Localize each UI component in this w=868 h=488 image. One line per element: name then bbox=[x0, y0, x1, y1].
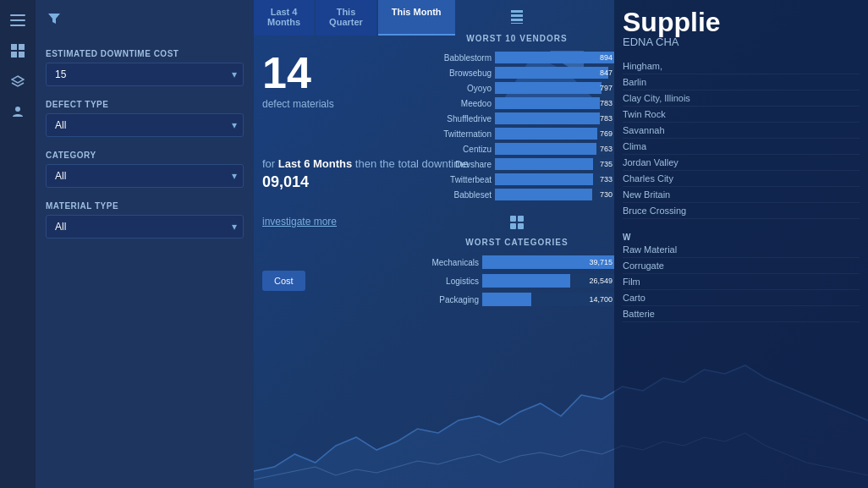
vendor-bar-wrap: 763 bbox=[495, 143, 614, 155]
right-vendor-item: Hingham, bbox=[623, 58, 860, 74]
vendor-bar bbox=[495, 173, 593, 185]
filter-estimated-downtime-label: ESTIMATED DOWNTIME COST bbox=[46, 49, 244, 58]
insight-prefix: for bbox=[262, 157, 278, 170]
right-category-item: Corrugate bbox=[623, 258, 860, 274]
right-vendor-item: Jordan Valley bbox=[623, 155, 860, 171]
filter-category-label: CATEGORY bbox=[46, 151, 244, 160]
vendors-list: Babblestorm 894 Browsebug 847 Oyoyo 797 … bbox=[420, 52, 614, 200]
big-number: 14 bbox=[262, 51, 334, 95]
filter-defect-type: DEFECT TYPE All Type A Type B bbox=[46, 100, 244, 137]
vendor-bar bbox=[495, 112, 600, 124]
tab-last-4-months[interactable]: Last 4Months bbox=[254, 0, 314, 36]
filter-defect-type-select[interactable]: All Type A Type B bbox=[46, 113, 244, 137]
vendor-bar-wrap: 797 bbox=[495, 82, 614, 94]
svg-rect-14 bbox=[518, 216, 524, 222]
svg-rect-10 bbox=[511, 14, 523, 17]
category-bar bbox=[482, 274, 570, 288]
vendor-bar bbox=[495, 143, 596, 155]
vendor-value: 847 bbox=[600, 67, 613, 79]
vendor-bar-wrap: 894 bbox=[495, 52, 614, 63]
vendor-value: 783 bbox=[600, 112, 613, 124]
tab-this-quarter[interactable]: ThisQuarter bbox=[316, 0, 376, 36]
tab-this-month[interactable]: This Month bbox=[378, 0, 455, 36]
right-categories-header: W bbox=[623, 233, 860, 242]
right-vendors-list: Hingham,BarlinClay City, IllinoisTwin Ro… bbox=[623, 58, 860, 219]
category-bar-row: Logistics 26,549 bbox=[420, 274, 614, 288]
vendor-bar-row: Twitterbeat 733 bbox=[420, 173, 614, 185]
right-category-item: Batterie bbox=[623, 306, 860, 322]
vendors-icon bbox=[508, 8, 525, 25]
category-bar-row: Mechanicals 39,715 bbox=[420, 255, 614, 269]
vendor-bar-row: Babbleset 730 bbox=[420, 189, 614, 200]
svg-marker-4 bbox=[12, 76, 24, 83]
svg-rect-12 bbox=[511, 23, 523, 24]
vendor-bar-row: Devshare 735 bbox=[420, 158, 614, 170]
vendor-bar-wrap: 783 bbox=[495, 112, 614, 124]
cost-button[interactable]: Cost bbox=[262, 271, 305, 291]
vendor-name: Centizu bbox=[420, 145, 492, 154]
vendor-name: Browsebug bbox=[420, 69, 492, 78]
vendor-bar-row: Meedoo 783 bbox=[420, 97, 614, 109]
category-value: 39,715 bbox=[589, 255, 613, 269]
category-bar bbox=[482, 293, 531, 306]
investigate-link[interactable]: investigate more bbox=[262, 216, 337, 228]
vendor-bar bbox=[495, 158, 593, 170]
vendor-value: 769 bbox=[600, 128, 613, 140]
worst-categories-title: WORST CATEGORIES bbox=[420, 238, 614, 247]
right-vendor-item: Clay City, Illinois bbox=[623, 90, 860, 107]
vendor-name: Babblestorm bbox=[420, 53, 492, 63]
filter-category: CATEGORY All Mechanicals Logistics Packa… bbox=[46, 151, 244, 188]
vendor-name: Twitternation bbox=[420, 129, 492, 139]
right-vendor-item: Clima bbox=[623, 139, 860, 155]
vendor-value: 797 bbox=[600, 82, 613, 94]
svg-rect-0 bbox=[11, 44, 17, 50]
category-bar-wrap: 39,715 bbox=[482, 255, 614, 269]
filter-material-type-label: MATERIAL TYPE bbox=[46, 201, 244, 211]
category-name: Logistics bbox=[420, 277, 479, 286]
right-vendor-item: Bruce Crossing bbox=[623, 203, 860, 219]
nav-layers-icon[interactable] bbox=[4, 68, 31, 95]
filter-icon bbox=[46, 10, 63, 27]
vendor-name: Oyoyo bbox=[420, 84, 492, 93]
svg-rect-2 bbox=[11, 52, 17, 58]
vendor-bar bbox=[495, 52, 614, 63]
insight-period: Last 6 Months bbox=[278, 157, 352, 170]
filter-category-select[interactable]: All Mechanicals Logistics Packaging bbox=[46, 164, 244, 188]
worst-vendors-panel: WORST 10 VENDORS Babblestorm 894 Browseb… bbox=[420, 0, 614, 488]
nav-grid-icon[interactable] bbox=[4, 37, 31, 64]
vendor-bar-row: Oyoyo 797 bbox=[420, 82, 614, 94]
svg-rect-16 bbox=[518, 223, 524, 229]
right-categories-list: Raw MaterialCorrugateFilmCartoBatterie bbox=[623, 242, 860, 322]
filter-estimated-downtime-select[interactable]: 15 All 5 10 20 bbox=[46, 63, 244, 86]
category-name: Packaging bbox=[420, 295, 479, 304]
main-content: Last 4Months ThisQuarter This Month 14 d… bbox=[254, 0, 868, 488]
vendor-bar-row: Twitternation 769 bbox=[420, 128, 614, 140]
vendor-bar-wrap: 847 bbox=[495, 67, 614, 79]
vendor-bar bbox=[495, 189, 592, 200]
category-bar-row: Packaging 14,700 bbox=[420, 293, 614, 306]
big-number-label: defect materials bbox=[262, 98, 334, 110]
vendor-name: Devshare bbox=[420, 160, 492, 169]
vendor-bar-wrap: 769 bbox=[495, 128, 614, 140]
insight-value: 09,014 bbox=[262, 173, 309, 190]
svg-rect-1 bbox=[19, 44, 25, 50]
category-value: 26,549 bbox=[589, 274, 613, 288]
vendor-value: 783 bbox=[600, 97, 613, 109]
sidebar-header bbox=[46, 10, 244, 34]
vendor-bar-row: Centizu 763 bbox=[420, 143, 614, 155]
vendor-value: 763 bbox=[600, 143, 613, 155]
svg-point-5 bbox=[15, 107, 20, 112]
category-name: Mechanicals bbox=[420, 258, 479, 267]
right-vendor-item: Charles City bbox=[623, 171, 860, 187]
vendor-bar bbox=[495, 128, 597, 140]
right-category-item: Raw Material bbox=[623, 242, 860, 258]
nav-menu-icon[interactable] bbox=[4, 7, 31, 34]
category-bar-wrap: 14,700 bbox=[482, 293, 614, 306]
big-number-area: 14 defect materials bbox=[262, 51, 334, 110]
vendor-name: Twitterbeat bbox=[420, 175, 492, 184]
right-category-item: Film bbox=[623, 274, 860, 290]
nav-user-icon[interactable] bbox=[4, 98, 31, 125]
filter-material-type-select[interactable]: All Raw Materials Corrugate Film bbox=[46, 215, 244, 239]
filter-defect-type-label: DEFECT TYPE bbox=[46, 100, 244, 109]
category-value: 14,700 bbox=[589, 293, 613, 306]
